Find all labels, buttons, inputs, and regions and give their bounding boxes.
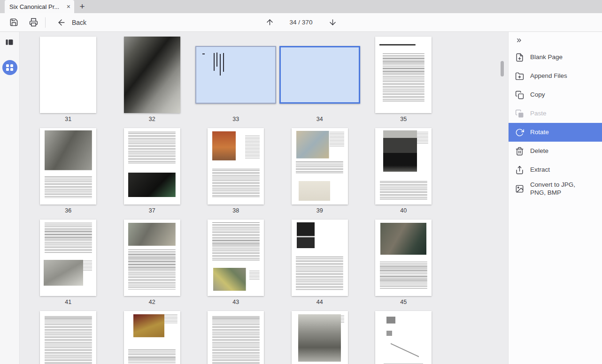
thumbnail-area: 313233343536373839404142434445 (20, 32, 508, 364)
thumbnail-grid-view-icon[interactable] (2, 60, 17, 75)
page-number-label: 44 (316, 299, 323, 305)
extract-icon (515, 166, 524, 174)
menu-item-copy[interactable]: Copy (509, 85, 602, 104)
page-cell: 41 (26, 220, 110, 311)
document-tab[interactable]: Six Canonical Pr... × (5, 0, 74, 13)
page-thumbnail-32[interactable] (124, 37, 180, 113)
page-thumbnail-33[interactable] (195, 46, 276, 104)
menu-item-rotate[interactable]: Rotate (509, 123, 602, 142)
toolbar: Back 34 / 370 (0, 13, 602, 32)
menu-item-label: Copy (530, 91, 545, 99)
page-number-label: 37 (149, 207, 155, 214)
menu-item-paste: Paste (509, 104, 602, 123)
thumbnail-wrapper (26, 311, 110, 364)
thumbnail-wrapper (110, 311, 194, 364)
page-thumbnail-31[interactable] (40, 37, 96, 113)
page-navigation: 34 / 370 (262, 13, 340, 31)
next-page-button[interactable] (324, 15, 340, 30)
thumbnail-wrapper (362, 128, 446, 205)
page-number-label: 42 (149, 299, 155, 305)
thumbnail-wrapper (194, 37, 278, 113)
thumbnail-wrapper (26, 128, 110, 205)
page-thumbnail-43[interactable] (208, 220, 264, 296)
page-thumbnail-39[interactable] (292, 128, 348, 205)
menu-item-convert[interactable]: Convert to JPG, PNG, BMP (509, 179, 602, 199)
new-tab-button[interactable]: + (74, 0, 90, 13)
page-number-label: 45 (400, 299, 407, 305)
scrollbar-thumb[interactable] (501, 61, 504, 76)
page-number-label: 40 (400, 207, 407, 214)
page-number-label: 39 (316, 207, 323, 214)
right-panel: Blank PageAppend FilesCopyPasteRotateDel… (508, 32, 602, 364)
page-thumbnail[interactable] (292, 311, 348, 364)
back-button[interactable]: Back (57, 18, 86, 27)
save-icon (9, 18, 18, 27)
thumbnail-wrapper (362, 220, 446, 296)
trash-icon (515, 147, 524, 156)
print-button[interactable] (25, 15, 41, 30)
page-number-label: 41 (65, 299, 71, 305)
page-cell: 37 (110, 128, 194, 220)
page-number-label: 43 (232, 299, 239, 305)
collapse-panel-button[interactable] (515, 37, 523, 44)
page-cell: 39 (278, 128, 362, 220)
thumbnail-wrapper (110, 128, 194, 205)
page-thumbnail-40[interactable] (375, 128, 432, 205)
arrow-up-icon (265, 18, 274, 27)
page-thumbnail[interactable] (375, 311, 432, 364)
copy-icon (515, 91, 524, 99)
page-thumbnail-34[interactable] (279, 46, 360, 104)
thumbnail-wrapper (110, 220, 194, 296)
page-thumbnail-35[interactable] (375, 37, 432, 113)
folder-plus-icon (515, 72, 524, 81)
page-number-label: 38 (232, 207, 239, 214)
menu-item-blank-page[interactable]: Blank Page (509, 48, 602, 67)
page-number-label: 34 (316, 116, 323, 122)
menu-item-label: Delete (530, 147, 548, 155)
page-thumbnail-41[interactable] (40, 220, 96, 296)
thumbnail-wrapper (194, 220, 278, 296)
thumbnail-wrapper (110, 37, 194, 113)
page-number-label: 35 (400, 116, 407, 122)
page-thumbnail[interactable] (208, 311, 264, 364)
menu-item-label: Convert to JPG, PNG, BMP (530, 181, 586, 197)
page-thumbnail-37[interactable] (124, 128, 180, 205)
print-icon (29, 18, 38, 27)
page-indicator: 34 / 370 (288, 19, 314, 26)
previous-page-button[interactable] (262, 15, 278, 30)
thumbnail-wrapper (278, 311, 362, 364)
page-thumbnail-36[interactable] (40, 128, 96, 205)
page-cell: 42 (110, 220, 194, 311)
menu-item-label: Paste (530, 110, 547, 118)
page-thumbnail-45[interactable] (375, 220, 432, 296)
page-number-label: 31 (65, 116, 71, 122)
thumbnail-wrapper (194, 311, 278, 364)
menu-item-label: Blank Page (530, 53, 563, 61)
page-thumbnail-42[interactable] (124, 220, 180, 296)
thumbnail-wrapper (26, 37, 110, 113)
thumbnail-wrapper (362, 37, 446, 113)
page-number-label: 32 (149, 116, 155, 122)
page-cell (110, 311, 194, 364)
chevrons-right-icon (515, 37, 523, 44)
page-cell: 43 (194, 220, 278, 311)
page-number-label: 36 (65, 207, 71, 214)
menu-item-delete[interactable]: Delete (509, 142, 602, 160)
menu-item-label: Append Files (530, 72, 567, 80)
back-label: Back (72, 19, 86, 26)
page-cell: 45 (362, 220, 446, 311)
pages-panel-icon[interactable] (5, 38, 15, 48)
menu-item-append-files[interactable]: Append Files (509, 67, 602, 85)
page-cell: 34 (278, 37, 362, 128)
page-thumbnail-38[interactable] (208, 128, 264, 205)
menu-item-extract[interactable]: Extract (509, 160, 602, 179)
tab-close-icon[interactable]: × (67, 3, 70, 10)
page-cell: 36 (26, 128, 110, 220)
thumbnail-wrapper (26, 220, 110, 296)
rotate-icon (515, 128, 524, 137)
page-thumbnail[interactable] (124, 311, 180, 364)
page-thumbnail-44[interactable] (292, 220, 348, 296)
page-cell: 44 (278, 220, 362, 311)
page-thumbnail[interactable] (40, 311, 96, 364)
save-button[interactable] (6, 15, 22, 30)
